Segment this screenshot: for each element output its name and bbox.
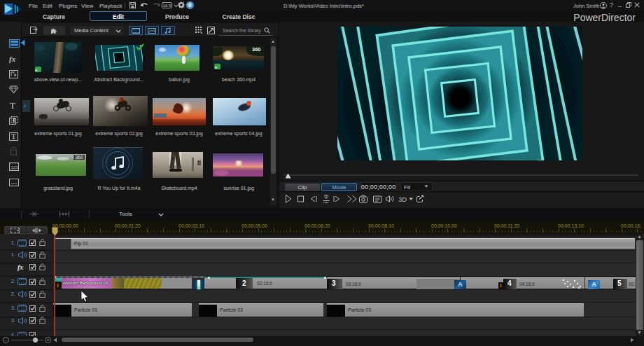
svg-text:123: 123 <box>11 165 19 169</box>
svg-text:3D: 3D <box>398 195 407 203</box>
